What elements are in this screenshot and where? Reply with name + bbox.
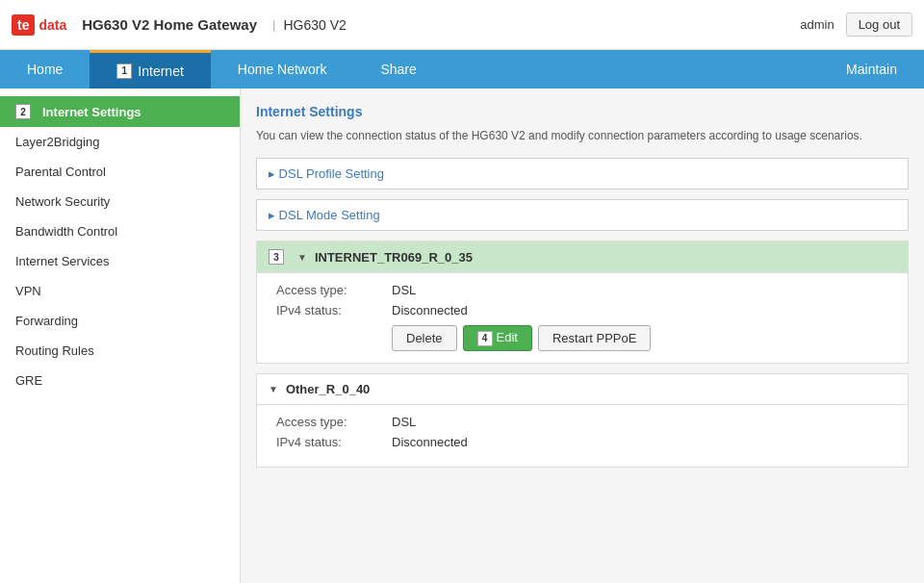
content-area: Internet Settings You can view the conne… <box>241 89 924 583</box>
sidebar-badge-internet-settings: 2 <box>15 104 31 119</box>
admin-label: admin <box>800 17 834 32</box>
sidebar-label-bandwidth-control: Bandwidth Control <box>15 224 117 239</box>
sidebar-label-parental-control: Parental Control <box>15 165 106 179</box>
field-row-ipv4-2: IPv4 status: Disconnected <box>276 435 896 449</box>
connection-block-2: ▼ Other_R_0_40 Access type: DSL IPv4 sta… <box>256 373 909 468</box>
sidebar-label-routing-rules: Routing Rules <box>15 343 94 358</box>
sidebar-label-forwarding: Forwarding <box>15 314 78 328</box>
logout-button[interactable]: Log out <box>846 13 912 37</box>
connection-header-1[interactable]: 3 ▼ INTERNET_TR069_R_0_35 <box>257 241 908 273</box>
content-title: Internet Settings <box>256 104 909 119</box>
sidebar-label-gre: GRE <box>15 373 42 388</box>
main: 2 Internet Settings Layer2Bridging Paren… <box>0 89 924 583</box>
nav-item-home[interactable]: Home <box>0 50 90 89</box>
navigation: Home 1 Internet Home Network Share Maint… <box>0 50 924 89</box>
sidebar: 2 Internet Settings Layer2Bridging Paren… <box>0 89 241 583</box>
header-divider: | <box>272 17 275 32</box>
field-label-ipv4-1: IPv4 status: <box>276 303 392 317</box>
field-value-access-type-2: DSL <box>392 415 416 429</box>
connection-block-1: 3 ▼ INTERNET_TR069_R_0_35 Access type: D… <box>256 241 909 364</box>
nav-item-internet[interactable]: 1 Internet <box>90 50 210 89</box>
nav-label-home-network: Home Network <box>238 62 327 77</box>
nav-badge-internet: 1 <box>116 63 132 79</box>
sidebar-item-internet-services[interactable]: Internet Services <box>0 246 240 276</box>
nav-item-maintain[interactable]: Maintain <box>819 50 924 89</box>
field-value-ipv4-1: Disconnected <box>392 303 468 317</box>
connection-name-1: INTERNET_TR069_R_0_35 <box>315 250 473 265</box>
sidebar-label-layer2bridging: Layer2Bridging <box>15 135 99 149</box>
nav-label-maintain: Maintain <box>846 62 897 77</box>
connection-name-2: Other_R_0_40 <box>286 382 370 396</box>
sidebar-item-layer2bridging[interactable]: Layer2Bridging <box>0 127 240 157</box>
btn-row-1: Delete 4Edit Restart PPPoE <box>392 325 896 351</box>
header-model: HG630 V2 <box>283 17 346 33</box>
sidebar-item-routing-rules[interactable]: Routing Rules <box>0 336 240 366</box>
header-right: admin Log out <box>800 13 912 37</box>
field-label-access-type-2: Access type: <box>276 415 392 429</box>
sidebar-item-parental-control[interactable]: Parental Control <box>0 157 240 187</box>
sidebar-item-bandwidth-control[interactable]: Bandwidth Control <box>0 216 240 246</box>
dsl-mode-label: ▸ DSL Mode Setting <box>269 208 380 222</box>
field-value-ipv4-2: Disconnected <box>392 435 468 449</box>
nav-item-share[interactable]: Share <box>353 50 443 89</box>
field-label-access-type-1: Access type: <box>276 283 392 297</box>
sidebar-item-internet-settings[interactable]: 2 Internet Settings <box>0 96 240 127</box>
sidebar-label-network-security: Network Security <box>15 194 110 209</box>
field-row-access-type-1: Access type: DSL <box>276 283 896 297</box>
sidebar-item-vpn[interactable]: VPN <box>0 276 240 306</box>
dsl-mode-section[interactable]: ▸ DSL Mode Setting <box>256 199 909 231</box>
field-row-access-type-2: Access type: DSL <box>276 415 896 429</box>
header-title: HG630 V2 Home Gateway <box>82 16 257 33</box>
conn-arrow-down-2: ▼ <box>269 384 278 394</box>
connection-body-1: Access type: DSL IPv4 status: Disconnect… <box>257 273 908 363</box>
content-description: You can view the connection status of th… <box>256 127 909 144</box>
nav-label-internet: Internet <box>138 63 183 79</box>
restart-pppoe-button-1[interactable]: Restart PPPoE <box>538 325 651 351</box>
nav-label-home: Home <box>27 62 63 77</box>
edit-badge: 4 <box>477 331 493 346</box>
sidebar-label-internet-settings: Internet Settings <box>42 105 141 119</box>
logo-te: te <box>12 14 35 36</box>
nav-item-home-network[interactable]: Home Network <box>211 50 354 89</box>
field-row-ipv4-1: IPv4 status: Disconnected <box>276 303 896 317</box>
logo: te data <box>12 14 66 36</box>
nav-label-share: Share <box>380 62 416 77</box>
dsl-profile-section[interactable]: ▸ DSL Profile Setting <box>256 158 909 190</box>
sidebar-label-internet-services: Internet Services <box>15 254 110 268</box>
field-value-access-type-1: DSL <box>392 283 416 297</box>
connection-header-2[interactable]: ▼ Other_R_0_40 <box>257 374 908 405</box>
sidebar-item-network-security[interactable]: Network Security <box>0 187 240 216</box>
sidebar-item-forwarding[interactable]: Forwarding <box>0 306 240 336</box>
dsl-profile-label: ▸ DSL Profile Setting <box>269 166 384 181</box>
sidebar-label-vpn: VPN <box>15 284 41 298</box>
edit-button-1[interactable]: 4Edit <box>463 325 532 351</box>
field-label-ipv4-2: IPv4 status: <box>276 435 392 449</box>
sidebar-item-gre[interactable]: GRE <box>0 366 240 395</box>
connection-body-2: Access type: DSL IPv4 status: Disconnect… <box>257 405 908 467</box>
connection-badge-1: 3 <box>269 249 284 265</box>
logo-data: data <box>38 17 66 33</box>
delete-button-1[interactable]: Delete <box>392 325 457 351</box>
header: te data HG630 V2 Home Gateway | HG630 V2… <box>0 0 924 50</box>
conn-arrow-down-1: ▼ <box>297 252 307 263</box>
